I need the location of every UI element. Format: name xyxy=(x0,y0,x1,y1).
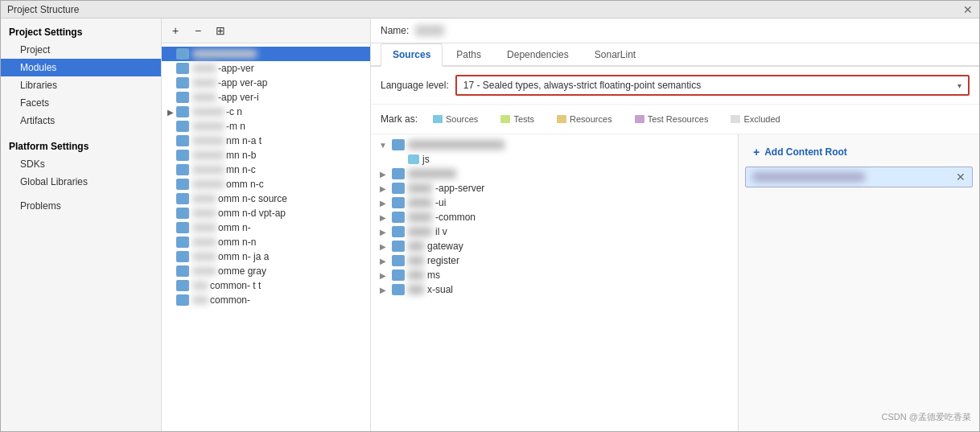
mark-as-excluded-button[interactable]: Excluded xyxy=(723,111,787,127)
remove-module-button[interactable]: − xyxy=(189,22,207,39)
tree-item-13[interactable]: omm n-n xyxy=(162,235,370,249)
sidebar-item-project[interactable]: Project xyxy=(1,41,161,59)
tree-item-selected[interactable] xyxy=(162,47,370,61)
project-structure-window: Project Structure ✕ Project Settings Pro… xyxy=(0,0,980,432)
tree-item-9[interactable]: omm n-c xyxy=(162,177,370,191)
copy-module-button[interactable]: ⊞ xyxy=(212,22,229,39)
watermark: CSDN @孟德爱吃香菜 xyxy=(882,411,971,423)
source-tree-item-2[interactable]: ▶ -app-server xyxy=(371,181,738,195)
tab-dependencies[interactable]: Dependencies xyxy=(495,43,581,65)
close-button[interactable]: ✕ xyxy=(963,3,973,16)
sidebar-item-problems[interactable]: Problems xyxy=(1,197,161,215)
item-prefix xyxy=(192,238,216,246)
tree-item-17[interactable]: common- xyxy=(162,293,370,307)
tab-sources[interactable]: Sources xyxy=(381,43,443,67)
source-tree-item-9[interactable]: ▶ x-sual xyxy=(371,282,738,297)
source-tree-item-8[interactable]: ▶ ms xyxy=(371,268,738,282)
sidebar-item-facets[interactable]: Facets xyxy=(1,94,161,112)
mark-as-resources-button[interactable]: Resources xyxy=(550,111,620,127)
tree-item-6[interactable]: nm n-a t xyxy=(162,134,370,148)
sidebar-item-modules[interactable]: Modules xyxy=(1,59,161,76)
folder-icon xyxy=(176,237,189,248)
prefix-blurred xyxy=(408,198,432,208)
tab-sonarlint[interactable]: SonarLint xyxy=(583,43,648,65)
expand-arrow-icon: ▶ xyxy=(377,257,389,265)
project-settings-label: Project Settings xyxy=(1,22,161,41)
tree-item-12[interactable]: omm n- xyxy=(162,220,370,235)
item-suffix: x-sual xyxy=(427,284,453,295)
mark-as-sources-button[interactable]: Sources xyxy=(426,111,485,127)
source-tree-item-3[interactable]: ▶ -ui xyxy=(371,195,738,210)
folder-icon xyxy=(392,269,405,281)
source-tree-js[interactable]: js xyxy=(371,152,738,167)
item-suffix: omme gray xyxy=(218,265,266,277)
expand-arrow-icon: ▶ xyxy=(377,213,389,222)
tab-paths[interactable]: Paths xyxy=(444,43,493,65)
excluded-label: Excluded xyxy=(743,114,780,124)
source-tree-root[interactable]: ▼ xyxy=(371,138,738,152)
tree-item-1[interactable]: -app-ver xyxy=(162,61,370,76)
item-prefix xyxy=(192,267,216,275)
item-suffix: omm n- xyxy=(218,222,251,233)
item-prefix xyxy=(192,180,224,188)
item-suffix: -ui xyxy=(435,197,446,208)
window-title: Project Structure xyxy=(7,4,79,15)
prefix-blurred xyxy=(408,270,424,280)
tree-item-4[interactable]: ▶ -c n xyxy=(162,105,370,119)
folder-icon xyxy=(176,179,189,190)
item-prefix xyxy=(192,122,224,130)
tree-item-label xyxy=(192,50,257,58)
tree-item-15[interactable]: omme gray xyxy=(162,264,370,278)
source-tree-item-7[interactable]: ▶ register xyxy=(371,253,738,268)
folder-icon xyxy=(176,294,189,306)
item-suffix: omm n-d vpt-ap xyxy=(218,208,286,219)
add-module-button[interactable]: + xyxy=(167,22,184,39)
folder-icon xyxy=(392,212,405,223)
folder-icon xyxy=(392,197,405,208)
folder-icon xyxy=(176,280,189,291)
mark-as-test-resources-button[interactable]: Test Resources xyxy=(628,111,716,127)
item-suffix: gateway xyxy=(427,241,463,252)
source-tree-item-4[interactable]: ▶ -common xyxy=(371,210,738,224)
sidebar-item-global-libraries[interactable]: Global Libraries xyxy=(1,173,161,191)
item-suffix: mn n-c xyxy=(226,164,256,175)
sidebar-item-libraries[interactable]: Libraries xyxy=(1,76,161,94)
folder-icon xyxy=(392,284,405,295)
sidebar-item-sdks[interactable]: SDKs xyxy=(1,155,161,173)
item-suffix: -c n xyxy=(226,106,242,117)
excluded-icon xyxy=(731,115,740,123)
remove-content-root-button[interactable]: ✕ xyxy=(956,171,966,183)
tree-item-10[interactable]: omm n-c source xyxy=(162,191,370,206)
folder-icon xyxy=(176,48,189,60)
expand-arrow-icon: ▶ xyxy=(377,199,389,208)
tree-item-2[interactable]: -app ver-ap xyxy=(162,76,370,90)
source-tree-item-1[interactable]: ▶ xyxy=(371,167,738,181)
tree-item-11[interactable]: omm n-d vpt-ap xyxy=(162,206,370,220)
folder-icon xyxy=(176,150,189,161)
tree-item-16[interactable]: common- t t xyxy=(162,278,370,293)
language-level-select[interactable]: 17 - Sealed types, always-strict floatin… xyxy=(455,75,970,96)
sidebar-item-artifacts[interactable]: Artifacts xyxy=(1,112,161,130)
add-content-root-button[interactable]: + Add Content Root xyxy=(745,141,973,163)
folder-icon xyxy=(176,106,189,117)
item-label-blurred xyxy=(408,169,456,179)
source-tree: ▼ js ▶ xyxy=(371,134,738,431)
tree-item-8[interactable]: mn n-c xyxy=(162,163,370,177)
tree-item-3[interactable]: -app ver-i xyxy=(162,90,370,105)
source-tree-item-6[interactable]: ▶ gateway xyxy=(371,239,738,253)
test-resources-label: Test Resources xyxy=(648,114,709,124)
test-resources-icon xyxy=(635,115,644,123)
tree-item-14[interactable]: omm n- ja a xyxy=(162,249,370,264)
item-prefix xyxy=(192,282,208,290)
tree-item-5[interactable]: -m n xyxy=(162,119,370,134)
item-prefix xyxy=(192,151,224,159)
source-tree-item-5[interactable]: ▶ il v xyxy=(371,224,738,239)
mark-as-tests-button[interactable]: Tests xyxy=(493,111,541,127)
prefix-blurred xyxy=(408,285,424,294)
item-prefix xyxy=(192,93,216,101)
content-root-text xyxy=(752,172,865,182)
folder-icon xyxy=(176,164,189,175)
item-suffix: -m n xyxy=(226,121,245,132)
sources-label: Sources xyxy=(446,114,478,124)
tree-item-7[interactable]: mn n-b xyxy=(162,148,370,163)
